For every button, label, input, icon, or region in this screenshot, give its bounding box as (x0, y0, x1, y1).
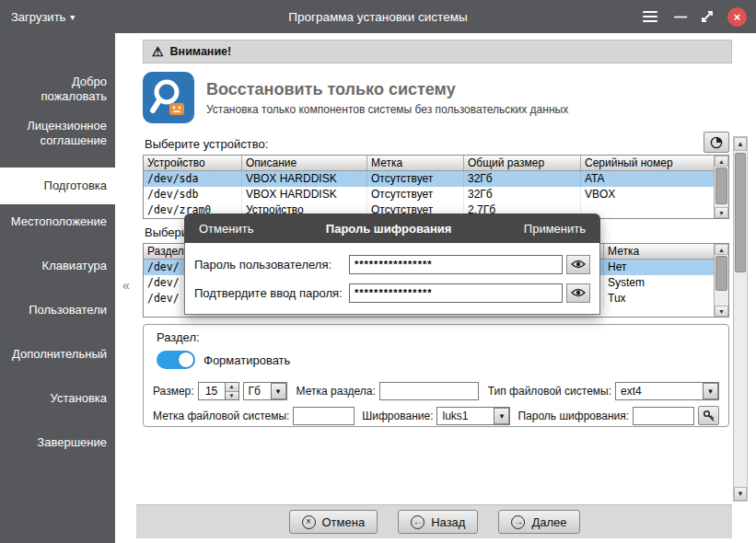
password-label: Пароль пользователеля: (194, 258, 349, 272)
eye-icon (571, 260, 586, 269)
partition-table-scrollbar[interactable]: ▲ ▼ (714, 244, 728, 317)
toggle-knob (179, 352, 193, 367)
password-field[interactable] (349, 255, 563, 274)
main-scrollbar[interactable]: ▲ ▼ (733, 136, 748, 502)
encryption-select[interactable]: luks1 ▾ (436, 407, 510, 425)
footer-bar: × Отмена ← Назад → Далее (136, 504, 732, 538)
partition-groupbox: Раздел: Форматировать Размер: ▲ ▼ Гб ▾ М… (143, 324, 729, 427)
size-label: Размер: (153, 385, 194, 398)
scroll-down-icon[interactable]: ▼ (734, 487, 747, 501)
dialog-cancel-button[interactable]: Отменить (199, 222, 253, 236)
dialog-body: Пароль пользователеля: Подтвердите ввод … (184, 243, 600, 315)
device-table-scrollbar[interactable]: ▲ ▼ (714, 156, 728, 218)
spin-up-icon[interactable]: ▲ (226, 383, 238, 392)
sidebar-item-welcome[interactable]: Добро пожаловать (0, 74, 115, 105)
column-header[interactable]: Описание (242, 156, 367, 170)
sidebar-item-license[interactable]: Лицензионное соглашение (0, 118, 115, 149)
page-header: Восстановить только систему Установка то… (143, 68, 732, 127)
size-input[interactable] (199, 383, 225, 399)
window-controls: — × (639, 7, 756, 27)
format-toggle[interactable] (157, 351, 195, 369)
spin-down-icon[interactable]: ▼ (226, 392, 238, 400)
show-confirm-password-button[interactable] (566, 283, 590, 303)
scroll-up-icon[interactable]: ▲ (734, 137, 747, 151)
enc-password-key-button[interactable] (698, 406, 719, 425)
chevron-down-icon: ▾ (70, 12, 75, 22)
fs-label-label: Метка файловой системы: (153, 410, 289, 422)
chevron-down-icon[interactable]: ▾ (703, 383, 718, 399)
next-arrow-icon: → (511, 515, 525, 529)
enc-password-label: Пароль шифрования: (518, 410, 629, 422)
page-subtitle: Установка только компонентов системы без… (206, 103, 568, 116)
eye-icon (571, 288, 586, 297)
sidebar-item-additional[interactable]: Дополнительный (0, 346, 115, 362)
groupbox-label: Раздел: (157, 330, 200, 344)
expand-icon[interactable] (700, 9, 715, 24)
dialog-apply-button[interactable]: Применить (524, 222, 586, 236)
sidebar: Добро пожаловать Лицензионное соглашение… (0, 33, 115, 543)
column-header[interactable]: Метка (604, 244, 715, 259)
encryption-label: Шифрование: (362, 410, 433, 422)
scroll-down-icon[interactable]: ▼ (715, 306, 728, 317)
menu-icon[interactable] (639, 7, 661, 26)
fs-type-select[interactable]: ext4 ▾ (615, 382, 719, 400)
device-select-label: Выберите устройство: (145, 137, 268, 151)
sidebar-item-preparation[interactable]: Подготовка (0, 168, 115, 204)
encryption-value: luks1 (437, 408, 494, 424)
column-header[interactable]: Общий размер (464, 156, 581, 170)
back-button[interactable]: ← Назад (398, 510, 478, 534)
device-table: Устройство Описание Метка Общий размер С… (143, 155, 729, 219)
format-toggle-label: Форматировать (204, 353, 290, 367)
sidebar-item-location[interactable]: Местоположение (0, 214, 115, 229)
titlebar: Загрузить ▾ Программа установки системы … (0, 0, 756, 33)
table-row[interactable]: /dev/sda VBOX HARDDISK Отсутствует 32Гб … (144, 171, 728, 187)
size-stepper: ▲ ▼ (198, 382, 239, 400)
close-icon: × (734, 10, 741, 24)
device-table-header: Устройство Описание Метка Общий размер С… (144, 156, 728, 171)
warning-bar: ⚠ Внимание! (143, 40, 732, 64)
scrollbar-thumb[interactable] (715, 256, 727, 291)
disk-chart-button[interactable] (704, 132, 729, 153)
load-button-label: Загрузить (11, 10, 65, 24)
confirm-password-field[interactable] (349, 283, 563, 303)
key-icon (703, 410, 715, 422)
warning-text: Внимание! (170, 45, 232, 58)
dialog-title: Пароль шифрования (253, 222, 523, 236)
encryption-password-dialog: Отменить Пароль шифрования Применить Пар… (184, 214, 600, 315)
scrollbar-thumb[interactable] (715, 168, 727, 204)
fs-type-label: Тип файловой системы: (488, 385, 611, 398)
sidebar-item-keyboard[interactable]: Клавиатура (0, 258, 115, 273)
show-password-button[interactable] (566, 255, 590, 274)
next-button[interactable]: → Далее (498, 510, 579, 534)
cancel-button[interactable]: × Отмена (289, 510, 378, 534)
column-header[interactable]: Метка (367, 156, 464, 170)
scrollbar-thumb[interactable] (735, 153, 746, 272)
minimize-icon[interactable]: — (674, 10, 687, 23)
size-unit-value: Гб (244, 383, 271, 399)
partition-label-input[interactable] (379, 382, 479, 400)
scroll-up-icon[interactable]: ▲ (715, 156, 728, 167)
size-unit-select[interactable]: Гб ▾ (243, 382, 287, 400)
sidebar-item-installation[interactable]: Установка (0, 390, 115, 406)
table-row[interactable]: /dev/sdb VBOX HARDDISK Отсутствует 32Гб … (144, 187, 728, 202)
sidebar-item-finish[interactable]: Завершение (0, 434, 115, 450)
enc-password-input[interactable] (633, 407, 694, 425)
column-header[interactable]: Серийный номер (581, 156, 715, 170)
close-button[interactable]: × (727, 7, 747, 27)
scroll-up-icon[interactable]: ▲ (715, 244, 728, 255)
column-header[interactable]: Устройство (144, 156, 242, 170)
pie-chart-icon (710, 136, 723, 149)
fs-label-input[interactable] (293, 407, 355, 425)
chevron-down-icon[interactable]: ▾ (494, 408, 509, 424)
back-arrow-icon: ← (411, 515, 425, 529)
load-button[interactable]: Загрузить ▾ (0, 0, 86, 33)
sidebar-item-users[interactable]: Пользователи (0, 302, 115, 318)
chevron-down-icon[interactable]: ▾ (271, 383, 286, 399)
fs-type-value: ext4 (616, 383, 703, 399)
page-title: Восстановить только систему (206, 80, 568, 99)
scroll-down-icon[interactable]: ▼ (715, 207, 728, 218)
cancel-circle-icon: × (302, 515, 316, 529)
installer-window: Загрузить ▾ Программа установки системы … (0, 0, 756, 543)
sidebar-collapse-icon[interactable]: « (118, 276, 134, 295)
confirm-password-label: Подтвердите ввод пароля: (194, 286, 349, 300)
